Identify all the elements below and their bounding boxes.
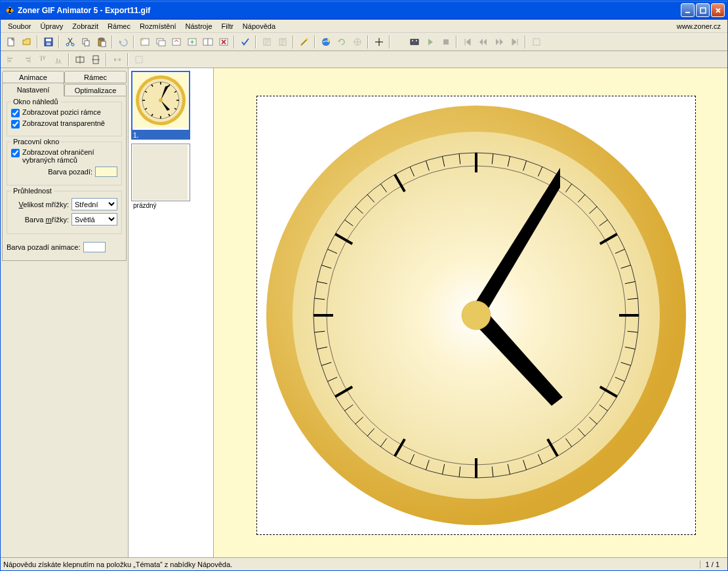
maximize-button[interactable] <box>696 3 710 17</box>
new-file-icon[interactable] <box>3 35 18 49</box>
frame-thumbnail-empty[interactable] <box>131 144 190 201</box>
window-title: Zoner GIF Animator 5 - Export11.gif <box>18 6 681 15</box>
canvas-area[interactable] <box>214 68 727 557</box>
svg-point-29 <box>416 40 417 41</box>
menu-nastroje[interactable]: Nástroje <box>181 21 217 31</box>
svg-rect-33 <box>9 60 11 62</box>
checkbox-zobrazovat-pozici[interactable] <box>11 109 20 117</box>
stop-icon <box>438 35 453 49</box>
menu-ramec[interactable]: Rámec <box>103 21 135 31</box>
svg-point-6 <box>66 43 69 46</box>
svg-rect-1 <box>700 8 706 13</box>
ie-icon[interactable] <box>318 35 333 49</box>
checkbox-zobrazovat-ohraniceni[interactable] <box>11 149 20 157</box>
frame-icon-5[interactable] <box>200 35 215 49</box>
status-page-indicator: 1 / 1 <box>700 561 725 568</box>
color-swatch-bg[interactable] <box>95 167 117 177</box>
svg-rect-19 <box>203 39 208 45</box>
svg-rect-11 <box>100 38 103 40</box>
frame-icon-1[interactable] <box>137 35 152 49</box>
menu-upravy[interactable]: Úpravy <box>35 21 68 31</box>
save-icon[interactable] <box>41 35 56 49</box>
settings-panel: Okno náhledů Zobrazovat pozici rámce Zob… <box>2 96 127 261</box>
frame-thumbnail-1[interactable] <box>131 71 190 131</box>
svg-point-28 <box>412 40 413 41</box>
svg-rect-27 <box>411 39 418 45</box>
select-barva-mrizky[interactable]: Světlá <box>71 213 117 226</box>
last-icon <box>507 35 522 49</box>
menu-napoveda[interactable]: Nápověda <box>238 21 280 31</box>
align-left-icon <box>3 52 18 67</box>
paste-icon[interactable] <box>94 35 109 49</box>
menu-filtr[interactable]: Filtr <box>217 21 238 31</box>
svg-point-7 <box>71 43 74 46</box>
center-v-icon[interactable] <box>88 52 103 67</box>
text-icon-1 <box>259 35 274 49</box>
label-barva-pozadi-animace: Barva pozadí animace: <box>7 243 81 251</box>
minimize-button[interactable] <box>681 3 695 17</box>
fieldset-okno-nahledu: Okno náhledů <box>11 98 60 106</box>
svg-rect-44 <box>136 56 142 63</box>
fieldset-pruhlednost: Průhlednost <box>11 187 54 195</box>
svg-rect-4 <box>46 39 51 41</box>
svg-rect-20 <box>208 39 212 45</box>
align-toolbar <box>1 51 727 68</box>
svg-rect-14 <box>142 39 144 41</box>
clock-image <box>260 99 693 532</box>
distribute-icon <box>110 52 125 67</box>
close-button[interactable] <box>711 3 725 17</box>
label-barva-pozadi: Barva pozadí: <box>48 168 92 176</box>
color-swatch-anim-bg[interactable] <box>83 242 106 252</box>
movie-icon[interactable] <box>407 35 422 49</box>
frame-label-1: 1. <box>131 131 190 140</box>
checkbox-zobrazovat-transparentne[interactable] <box>11 120 20 128</box>
first-icon <box>460 35 475 49</box>
titlebar[interactable]: Zoner GIF Animator 5 - Export11.gif <box>1 1 727 20</box>
tab-nastaveni[interactable]: Nastavení <box>2 83 64 96</box>
check-icon[interactable] <box>237 35 253 49</box>
frame-icon-2[interactable] <box>153 35 168 49</box>
cut-icon[interactable] <box>62 35 77 49</box>
settings-sidebar: Animace Rámec Nastavení Optimalizace Okn… <box>1 68 129 557</box>
undo-icon <box>115 35 131 49</box>
menubar: Soubor Úpravy Zobrazit Rámec Rozmístění … <box>1 20 727 33</box>
open-file-icon[interactable] <box>19 35 34 49</box>
main-toolbar <box>1 33 727 51</box>
refresh-icon <box>334 35 349 49</box>
svg-rect-16 <box>159 41 165 46</box>
status-help-text: Nápovědu získáte klepnutím na položku „T… <box>3 561 700 568</box>
svg-rect-42 <box>114 58 116 61</box>
url-label[interactable]: www.zoner.cz <box>677 22 725 30</box>
statusbar: Nápovědu získáte klepnutím na položku „T… <box>1 557 727 570</box>
menu-soubor[interactable]: Soubor <box>3 21 35 31</box>
tab-ramec[interactable]: Rámec <box>64 71 127 83</box>
wand-icon[interactable] <box>296 35 312 49</box>
svg-point-62 <box>159 98 163 102</box>
select-velikost-mrizky[interactable]: Střední <box>71 198 117 210</box>
svg-rect-31 <box>533 39 540 45</box>
frame-icon-4[interactable] <box>184 35 199 49</box>
fullscreen-icon <box>529 35 544 49</box>
delete-frame-icon[interactable] <box>216 35 231 49</box>
svg-rect-30 <box>443 39 449 45</box>
copy-icon[interactable] <box>78 35 93 49</box>
svg-rect-38 <box>56 58 58 62</box>
menu-zobrazit[interactable]: Zobrazit <box>68 21 103 31</box>
tab-animace[interactable]: Animace <box>2 71 64 83</box>
frame-icon-3[interactable] <box>169 35 184 49</box>
prev-icon <box>475 35 491 49</box>
svg-rect-0 <box>685 12 690 13</box>
center-h-icon[interactable] <box>72 52 87 67</box>
next-icon <box>491 35 506 49</box>
svg-rect-34 <box>26 58 30 59</box>
text-icon-2 <box>275 35 290 49</box>
label-barva-mrizky: Barva mřížky: <box>25 216 69 224</box>
menu-rozmisteni[interactable]: Rozmístění <box>135 21 181 31</box>
align-top-icon <box>35 52 50 67</box>
svg-rect-39 <box>59 60 60 62</box>
crosshair-icon[interactable] <box>371 35 386 49</box>
svg-rect-32 <box>9 58 12 59</box>
align-bottom-icon <box>51 52 66 67</box>
tab-optimalizace[interactable]: Optimalizace <box>64 84 127 96</box>
svg-rect-36 <box>41 57 42 61</box>
